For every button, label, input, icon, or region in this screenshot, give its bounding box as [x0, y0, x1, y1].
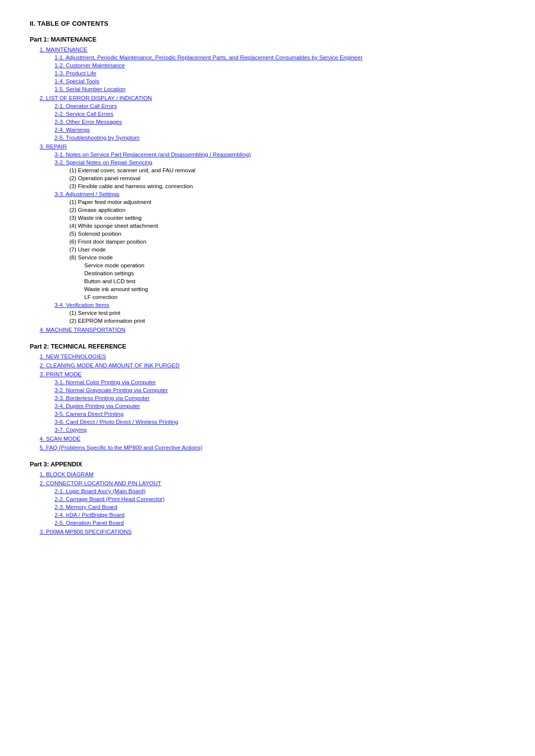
toc-item[interactable]: 3. PRINT MODE	[40, 371, 505, 378]
toc-link[interactable]: 3. PIXMA MP800 SPECIFICATIONS	[40, 529, 132, 535]
toc-link[interactable]: 4. MACHINE TRANSPORTATION	[40, 327, 125, 333]
toc-item[interactable]: 1-3. Product Life	[54, 70, 505, 77]
toc-item[interactable]: 3-3. Adjustment / Settings	[54, 191, 505, 198]
toc-text: (8) Service mode	[69, 254, 113, 260]
toc-text: (1) Service test print	[69, 310, 120, 316]
toc-link[interactable]: 3-7. Copying	[54, 427, 87, 433]
part-heading: Part 1: MAINTENANCE	[30, 36, 505, 43]
main-title: II. TABLE OF CONTENTS	[30, 20, 505, 27]
toc-item[interactable]: 2-4. Warnings	[54, 126, 505, 133]
toc-item[interactable]: 1-2. Customer Maintenance	[54, 62, 505, 69]
toc-link[interactable]: 2-5. Operation Panel Board	[54, 520, 124, 526]
toc-item[interactable]: 3-4. Verification Items	[54, 302, 505, 308]
toc-item[interactable]: 4. SCAN MODE	[40, 435, 505, 442]
toc-link[interactable]: 3-6. Card Direct / Photo Direct / Wirele…	[54, 419, 178, 425]
toc-link[interactable]: 3-3. Borderless Printing via Computer	[54, 395, 150, 401]
toc-link[interactable]: 2. CONNECTOR LOCATION AND PIN LAYOUT	[40, 480, 161, 486]
toc-item[interactable]: 1-5. Serial Number Location	[54, 86, 505, 93]
toc-link[interactable]: 3-5. Camera Direct Printing	[54, 411, 123, 417]
toc-link[interactable]: 1-5. Serial Number Location	[54, 86, 125, 92]
toc-item[interactable]: 2-1. Operator Call Errors	[54, 102, 505, 109]
toc-link[interactable]: 2-5. Troubleshooting by Symptom	[54, 135, 140, 141]
toc-link[interactable]: 2-4. IrDA / PictBridge Board	[54, 512, 124, 518]
toc-text: (4) White sponge sheet attachment	[69, 223, 158, 229]
toc-text: (2) EEPROM information print	[69, 318, 145, 324]
part-section: Part 2: TECHNICAL REFERENCE	[30, 343, 505, 350]
toc-link[interactable]: 2-1. Logic Board Ass'y (Main Board)	[54, 488, 146, 494]
toc-link[interactable]: 2. CLEANING MODE AND AMOUNT OF INK PURGE…	[40, 362, 179, 368]
toc-item[interactable]: 1. MAINTENANCE	[40, 46, 505, 53]
toc-link[interactable]: 3-2. Normal Grayscale Printing via Compu…	[54, 387, 168, 393]
toc-link[interactable]: 1-3. Product Life	[54, 70, 96, 76]
toc-link[interactable]: 2-3. Other Error Messages	[54, 119, 122, 125]
toc-link[interactable]: 3-2. Special Notes on Repair Servicing	[54, 159, 153, 165]
toc-text: (7) User mode	[69, 247, 106, 252]
toc-item[interactable]: 3-5. Camera Direct Printing	[54, 410, 505, 417]
toc-item[interactable]: 3-1. Notes on Service Part Replacement (…	[54, 151, 505, 158]
toc-item[interactable]: 2-5. Operation Panel Board	[54, 519, 505, 526]
toc-container: Part 1: MAINTENANCE1. MAINTENANCE1-1. Ad…	[30, 36, 505, 535]
toc-link[interactable]: 3. PRINT MODE	[40, 371, 82, 377]
toc-item[interactable]: 4. MACHINE TRANSPORTATION	[40, 326, 505, 333]
part-section: Part 1: MAINTENANCE	[30, 36, 505, 43]
toc-item[interactable]: 3-2. Special Notes on Repair Servicing	[54, 159, 505, 166]
toc-item[interactable]: 2-3. Memory Card Board	[54, 504, 505, 510]
toc-item[interactable]: 1-1. Adjustment, Periodic Maintenance, P…	[54, 54, 505, 61]
toc-link[interactable]: 2. LIST OF ERROR DISPLAY / INDICATION	[40, 95, 152, 101]
toc-item[interactable]: 3-2. Normal Grayscale Printing via Compu…	[54, 387, 505, 394]
toc-item[interactable]: 2-5. Troubleshooting by Symptom	[54, 134, 505, 141]
toc-link[interactable]: 4. SCAN MODE	[40, 436, 80, 442]
toc-link[interactable]: 1-2. Customer Maintenance	[54, 62, 125, 68]
part-heading: Part 3: APPENDIX	[30, 461, 505, 468]
toc-item: Service mode operation	[84, 262, 505, 269]
toc-item[interactable]: 2-4. IrDA / PictBridge Board	[54, 511, 505, 518]
toc-item[interactable]: 2. CONNECTOR LOCATION AND PIN LAYOUT	[40, 480, 505, 487]
part-heading: Part 2: TECHNICAL REFERENCE	[30, 343, 505, 350]
toc-link[interactable]: 2-2. Service Call Errors	[54, 111, 113, 117]
toc-item[interactable]: 3-4. Duplex Printing via Computer	[54, 403, 505, 409]
toc-text: LF correction	[84, 294, 117, 300]
toc-item: (1) Paper feed motor adjustment	[69, 199, 505, 205]
toc-item[interactable]: 3. PIXMA MP800 SPECIFICATIONS	[40, 528, 505, 535]
toc-link[interactable]: 3-1. Notes on Service Part Replacement (…	[54, 151, 251, 157]
toc-link[interactable]: 3-3. Adjustment / Settings	[54, 191, 119, 197]
toc-item[interactable]: 3-1. Normal Color Printing via Computer	[54, 379, 505, 386]
toc-link[interactable]: 2-3. Memory Card Board	[54, 504, 117, 510]
toc-item[interactable]: 3-6. Card Direct / Photo Direct / Wirele…	[54, 418, 505, 425]
toc-link[interactable]: 3-1. Normal Color Printing via Computer	[54, 379, 156, 385]
toc-text: (5) Solenoid position	[69, 231, 121, 237]
toc-item[interactable]: 2-2. Carriage Board (Print Head Connecto…	[54, 496, 505, 503]
toc-item[interactable]: 1. NEW TECHNOLOGIES	[40, 353, 505, 360]
toc-link[interactable]: 3-4. Verification Items	[54, 302, 109, 308]
toc-link[interactable]: 1. BLOCK DIAGRAM	[40, 471, 94, 477]
toc-item[interactable]: 2. CLEANING MODE AND AMOUNT OF INK PURGE…	[40, 362, 505, 369]
toc-item[interactable]: 2-3. Other Error Messages	[54, 118, 505, 125]
toc-item: (2) EEPROM information print	[69, 317, 505, 324]
toc-item[interactable]: 2-1. Logic Board Ass'y (Main Board)	[54, 488, 505, 495]
toc-link[interactable]: 1. MAINTENANCE	[40, 47, 88, 52]
toc-text: (2) Grease application	[69, 207, 125, 213]
toc-link[interactable]: 2-2. Carriage Board (Print Head Connecto…	[54, 496, 164, 502]
toc-link[interactable]: 3. REPAIR	[40, 144, 67, 150]
toc-item: LF correction	[84, 294, 505, 301]
toc-link[interactable]: 2-1. Operator Call Errors	[54, 103, 117, 109]
toc-link[interactable]: 2-4. Warnings	[54, 127, 90, 133]
toc-link[interactable]: 1-4. Special Tools	[54, 78, 100, 84]
toc-item: (8) Service mode	[69, 254, 505, 261]
toc-item: (1) Service test print	[69, 309, 505, 316]
toc-text: (3) Flexible cable and harness wiring, c…	[69, 183, 193, 189]
toc-item[interactable]: 3-7. Copying	[54, 426, 505, 433]
toc-item[interactable]: 1-4. Special Tools	[54, 78, 505, 85]
toc-link[interactable]: 1-1. Adjustment, Periodic Maintenance, P…	[54, 54, 363, 60]
toc-item[interactable]: 2. LIST OF ERROR DISPLAY / INDICATION	[40, 95, 505, 101]
toc-item[interactable]: 2-2. Service Call Errors	[54, 110, 505, 117]
toc-item[interactable]: 3-3. Borderless Printing via Computer	[54, 395, 505, 402]
toc-item: (2) Operation panel removal	[69, 175, 505, 182]
toc-item[interactable]: 1. BLOCK DIAGRAM	[40, 471, 505, 478]
toc-item[interactable]: 3. REPAIR	[40, 143, 505, 150]
toc-link[interactable]: 3-4. Duplex Printing via Computer	[54, 403, 140, 409]
toc-text: (6) Front door damper position	[69, 239, 146, 245]
toc-item[interactable]: 5. FAQ (Problems Specific to the MP800 a…	[40, 444, 505, 451]
toc-link[interactable]: 5. FAQ (Problems Specific to the MP800 a…	[40, 445, 203, 451]
toc-link[interactable]: 1. NEW TECHNOLOGIES	[40, 353, 106, 359]
